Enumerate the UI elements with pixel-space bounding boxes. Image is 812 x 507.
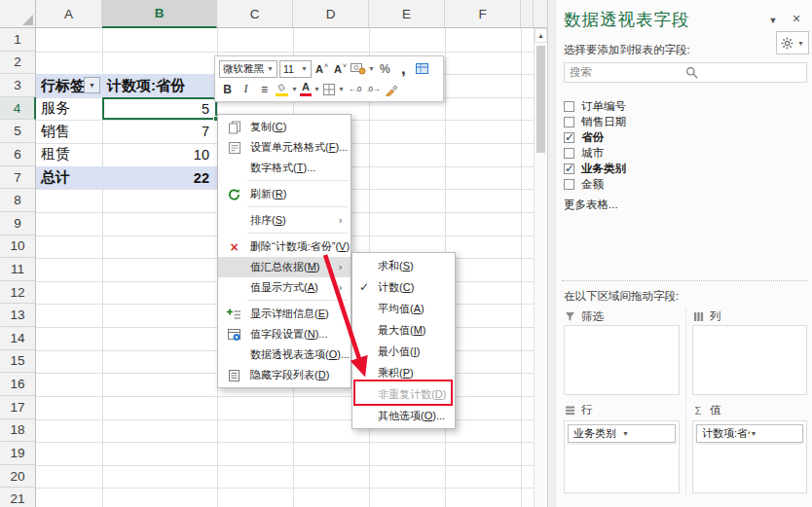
cell-value[interactable]: 7: [102, 120, 217, 143]
menu-item[interactable]: 值字段设置(N)...: [218, 324, 351, 344]
submenu-item[interactable]: 其他选项(O)...: [352, 405, 455, 426]
center-button[interactable]: ≡: [256, 80, 273, 98]
cell-category[interactable]: 服务: [36, 97, 102, 121]
row-header-14[interactable]: 14: [0, 327, 36, 350]
field-pill[interactable]: 业务类别▼: [568, 424, 676, 443]
close-icon[interactable]: ×: [788, 10, 805, 27]
font-size-select[interactable]: 11▼: [279, 60, 312, 78]
column-header-B[interactable]: B: [102, 0, 217, 28]
field-row[interactable]: 金额: [564, 176, 801, 192]
column-header-A[interactable]: A: [36, 0, 102, 28]
row-header-15[interactable]: 15: [0, 350, 36, 374]
menu-item[interactable]: 数据透视表选项(O)...: [218, 344, 351, 365]
submenu-item[interactable]: 最大值(M): [352, 319, 455, 341]
fill-color-button[interactable]: ▼: [275, 80, 298, 98]
field-checkbox[interactable]: [564, 132, 574, 143]
menu-item[interactable]: 复制(C): [218, 117, 351, 137]
select-all-corner[interactable]: [0, 0, 36, 28]
field-checkbox[interactable]: [564, 148, 574, 159]
column-header-D[interactable]: D: [293, 0, 369, 28]
grow-font-button[interactable]: A˄: [314, 59, 330, 78]
row-header-12[interactable]: 12: [0, 281, 36, 305]
format-painter-button[interactable]: [384, 80, 400, 98]
field-row[interactable]: 省份: [564, 129, 801, 145]
cell-value[interactable]: 10: [102, 143, 217, 166]
row-header-18[interactable]: 18: [0, 419, 36, 443]
field-checkbox[interactable]: [564, 117, 574, 127]
table-style-button[interactable]: [414, 59, 430, 78]
tools-button[interactable]: ▼: [776, 31, 809, 54]
field-checkbox[interactable]: [564, 163, 574, 174]
row-header-6[interactable]: 6: [0, 143, 36, 166]
row-header-1[interactable]: 1: [0, 28, 36, 52]
field-row[interactable]: 销售日期: [564, 114, 801, 129]
cell-grand-total-value[interactable]: 22: [102, 166, 217, 190]
row-header-3[interactable]: 3: [0, 74, 36, 97]
field-checkbox[interactable]: [564, 179, 574, 190]
row-header-21[interactable]: 21: [0, 488, 36, 507]
chevron-down-icon[interactable]: ▼: [764, 12, 782, 29]
row-header-2[interactable]: 2: [0, 52, 36, 75]
area-box-rows[interactable]: 业务类别▼: [564, 420, 680, 493]
row-header-17[interactable]: 17: [0, 396, 36, 419]
shrink-font-button[interactable]: A˅: [332, 59, 349, 78]
increase-decimal-button[interactable]: ←.0: [347, 80, 363, 98]
pane-resize-strip[interactable]: [548, 0, 556, 507]
column-header-F[interactable]: F: [445, 0, 521, 28]
bold-button[interactable]: B: [219, 80, 236, 98]
field-row[interactable]: 城市: [564, 145, 801, 161]
borders-button[interactable]: ▼: [322, 80, 345, 98]
row-header-4[interactable]: 4: [0, 97, 36, 121]
column-header-E[interactable]: E: [369, 0, 445, 28]
menu-item[interactable]: ×删除“计数项:省份”(V): [218, 236, 351, 257]
menu-item[interactable]: 设置单元格格式(F)...: [218, 137, 351, 158]
menu-item[interactable]: 值显示方式(A)›: [218, 277, 351, 298]
field-row[interactable]: 订单编号: [564, 98, 801, 114]
row-header-16[interactable]: 16: [0, 373, 36, 396]
menu-item[interactable]: 隐藏字段列表(D): [218, 365, 351, 385]
cell-category[interactable]: 租赁: [36, 143, 102, 166]
vertical-scrollbar[interactable]: ▲: [534, 28, 547, 507]
comma-style-button[interactable]: ,: [395, 59, 412, 78]
column-header-C[interactable]: C: [217, 0, 293, 28]
row-labels-filter-button[interactable]: ▼: [84, 77, 100, 93]
cell-value-header[interactable]: 计数项:省份: [102, 74, 217, 97]
font-name-select[interactable]: 微软雅黑▼: [219, 60, 277, 78]
row-header-9[interactable]: 9: [0, 212, 36, 235]
cell-grand-total-label[interactable]: 总计: [36, 166, 102, 190]
row-header-19[interactable]: 19: [0, 442, 36, 465]
font-color-button[interactable]: A▼: [300, 80, 320, 98]
column-header-partial[interactable]: [521, 0, 534, 28]
submenu-item[interactable]: 最小值(I): [352, 341, 455, 362]
decrease-decimal-button[interactable]: .0→: [365, 80, 382, 98]
submenu-item[interactable]: 平均值(A): [352, 298, 455, 319]
italic-button[interactable]: I: [238, 80, 254, 98]
scroll-up-icon[interactable]: ▲: [535, 28, 547, 43]
submenu-item[interactable]: 求和(S): [352, 255, 455, 276]
row-header-13[interactable]: 13: [0, 304, 36, 327]
more-tables-link[interactable]: 更多表格...: [564, 198, 618, 212]
area-box-columns[interactable]: [692, 325, 807, 395]
row-header-20[interactable]: 20: [0, 465, 36, 489]
row-header-7[interactable]: 7: [0, 166, 36, 190]
menu-item[interactable]: 值汇总依据(M)›: [218, 257, 351, 277]
menu-item[interactable]: 刷新(R): [218, 184, 351, 204]
menu-item[interactable]: 排序(S)›: [218, 210, 351, 231]
row-header-5[interactable]: 5: [0, 120, 36, 143]
accounting-format-button[interactable]: ▼: [351, 59, 375, 78]
row-header-11[interactable]: 11: [0, 258, 36, 281]
scrollbar-thumb[interactable]: [536, 46, 545, 153]
cell-category[interactable]: 销售: [36, 120, 102, 143]
menu-item[interactable]: 数字格式(T)...: [218, 158, 351, 178]
field-pill[interactable]: 计数项:省份▼: [696, 424, 803, 443]
menu-item[interactable]: 显示详细信息(E): [218, 304, 351, 324]
search-input[interactable]: 搜索: [564, 62, 807, 83]
percent-style-button[interactable]: %: [377, 59, 393, 78]
submenu-item[interactable]: ✓计数(C): [352, 276, 455, 298]
row-header-8[interactable]: 8: [0, 189, 36, 212]
field-row[interactable]: 业务类别: [564, 161, 801, 176]
row-header-10[interactable]: 10: [0, 235, 36, 259]
field-checkbox[interactable]: [564, 101, 574, 112]
area-box-values[interactable]: 计数项:省份▼: [692, 420, 807, 493]
area-box-filters[interactable]: [564, 325, 680, 395]
